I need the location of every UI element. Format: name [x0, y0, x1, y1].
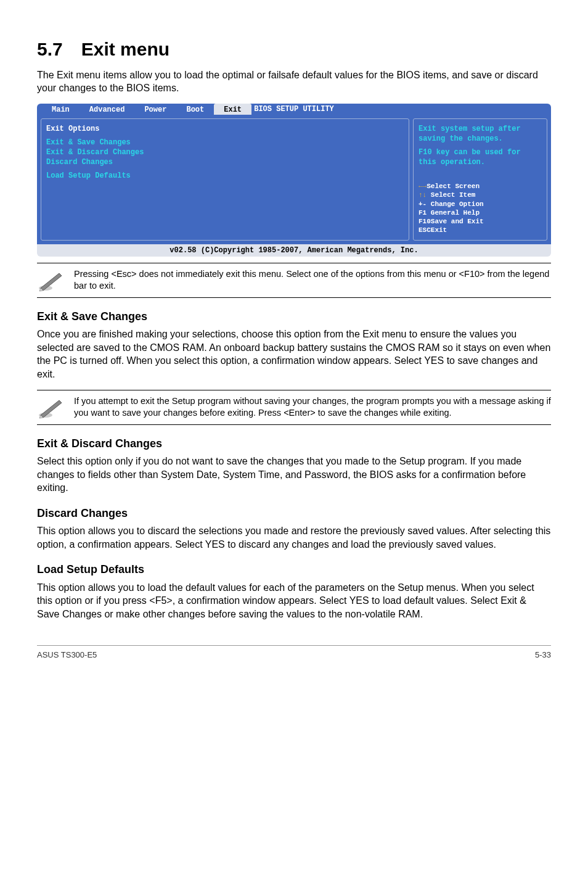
tab-power[interactable]: Power: [134, 104, 176, 115]
note-text-2: If you attempt to exit the Setup program…: [74, 395, 551, 419]
tab-main[interactable]: Main: [42, 104, 80, 115]
bios-item-load[interactable]: Load Setup Defaults: [46, 171, 404, 181]
arrows-lr-icon: ←→: [419, 183, 427, 190]
bios-help-text: Exit system setup after saving the chang…: [419, 124, 542, 168]
note-text-1: Pressing <Esc> does not immediately exit…: [74, 268, 551, 292]
bios-tab-bar: BIOS SETUP UTILITY Main Advanced Power B…: [37, 104, 551, 115]
para-discard: This option allows you to discard the se…: [37, 524, 551, 551]
nav-esc-exit: ESCExit: [419, 226, 542, 234]
heading-load-defaults: Load Setup Defaults: [37, 562, 551, 577]
nav-select-screen: Select Screen: [427, 183, 480, 190]
tab-boot[interactable]: Boot: [176, 104, 214, 115]
nav-select-item: Select Item: [427, 191, 475, 199]
para-load-defaults: This option allows you to load the defau…: [37, 581, 551, 621]
footer-right: 5-33: [535, 650, 551, 661]
arrows-ud-icon: ↑↓: [419, 191, 427, 199]
footer-left: ASUS TS300-E5: [37, 650, 97, 661]
para-exit-discard: Select this option only if you do not wa…: [37, 455, 551, 495]
section-text: Exit menu: [81, 39, 169, 59]
tab-advanced[interactable]: Advanced: [80, 104, 135, 115]
heading-discard: Discard Changes: [37, 506, 551, 521]
heading-exit-save: Exit & Save Changes: [37, 309, 551, 324]
bios-item-discard-exit[interactable]: Exit & Discard Changes: [46, 147, 404, 157]
heading-exit-discard: Exit & Discard Changes: [37, 436, 551, 451]
page-footer: ASUS TS300-E5 5-33: [37, 645, 551, 661]
para-exit-save: Once you are finished making your select…: [37, 328, 551, 381]
bios-footer: v02.58 (C)Copyright 1985-2007, American …: [37, 244, 551, 257]
section-number: 5.7: [37, 37, 63, 62]
pencil-icon: [37, 397, 63, 419]
bios-left-header: Exit Options: [46, 124, 404, 134]
bios-nav-legend: ←→Select Screen ↑↓ Select Item +- Change…: [419, 182, 542, 235]
bios-right-panel: Exit system setup after saving the chang…: [413, 118, 547, 241]
tab-exit[interactable]: Exit: [214, 104, 251, 115]
bios-body: Exit Options Exit & Save Changes Exit & …: [37, 115, 551, 244]
bios-item-discard[interactable]: Discard Changes: [46, 157, 404, 167]
nav-change-option: +- Change Option: [419, 200, 542, 208]
bios-item-save[interactable]: Exit & Save Changes: [46, 138, 404, 147]
bios-screenshot: BIOS SETUP UTILITY Main Advanced Power B…: [37, 104, 551, 257]
page-title: 5.7Exit menu: [37, 37, 551, 62]
note-box-2: If you attempt to exit the Setup program…: [37, 390, 551, 425]
nav-general-help: F1 General Help: [419, 208, 542, 217]
nav-save-exit: F10Save and Exit: [419, 217, 542, 226]
intro-paragraph: The Exit menu items allow you to load th…: [37, 68, 551, 95]
bios-help-line2: F10 key can be used for this operation.: [419, 147, 542, 167]
bios-left-panel: Exit Options Exit & Save Changes Exit & …: [41, 118, 409, 241]
pencil-icon: [37, 270, 63, 292]
note-box-1: Pressing <Esc> does not immediately exit…: [37, 263, 551, 298]
bios-help-line1: Exit system setup after saving the chang…: [419, 124, 542, 144]
